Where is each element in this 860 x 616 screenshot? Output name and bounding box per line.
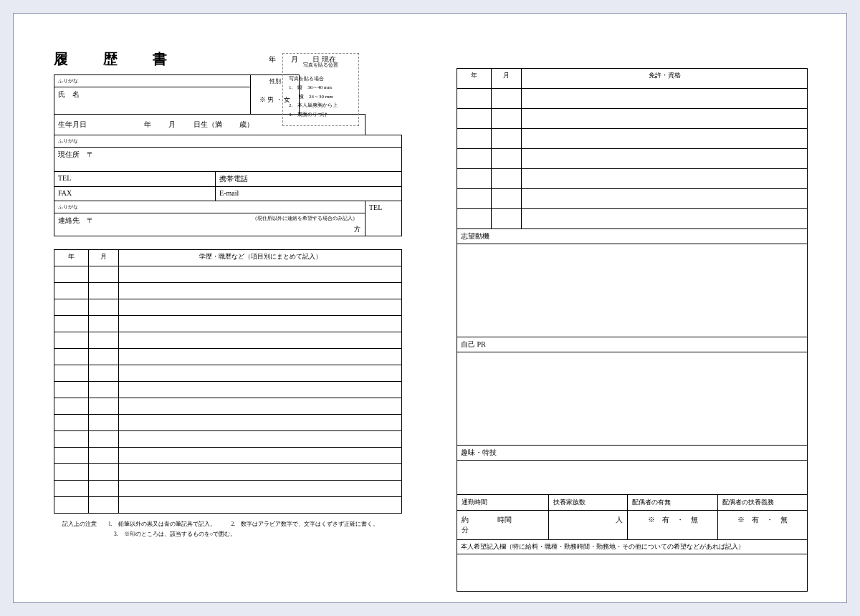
footnote: 記入上の注意 1. 鉛筆以外の黒又は青の筆記具で記入。 2. 数字はアラビア数字… — [54, 519, 402, 539]
furigana-address: ふりがな — [54, 135, 402, 148]
table-cell[interactable] — [54, 464, 89, 481]
table-cell[interactable] — [89, 316, 119, 332]
table-cell[interactable] — [54, 448, 89, 464]
table-cell[interactable] — [54, 497, 89, 514]
table-cell[interactable] — [89, 481, 119, 497]
table-cell[interactable] — [89, 382, 119, 398]
table-cell[interactable] — [492, 169, 522, 189]
table-cell[interactable] — [119, 299, 402, 316]
email-label[interactable]: E-mail — [216, 187, 402, 201]
table-cell[interactable] — [119, 382, 402, 398]
commute-value[interactable]: 約 時間 分 — [457, 511, 549, 540]
table-cell[interactable] — [119, 448, 402, 464]
table-cell[interactable] — [522, 149, 808, 169]
table-cell[interactable] — [119, 431, 402, 448]
motive-field[interactable] — [457, 244, 808, 337]
table-cell[interactable] — [457, 189, 492, 209]
table-cell[interactable] — [492, 149, 522, 169]
contact-tel[interactable]: TEL — [366, 201, 402, 236]
info-table: 生年月日 年 月 日生（満 歳） ふりがな 現住所 〒 TEL 携帯電話 FAX… — [54, 114, 402, 236]
table-cell[interactable] — [54, 316, 89, 332]
table-cell[interactable] — [89, 299, 119, 316]
table-cell[interactable] — [522, 89, 808, 109]
table-cell[interactable] — [522, 129, 808, 149]
table-cell[interactable] — [492, 109, 522, 129]
hist-head-month: 月 — [89, 250, 119, 266]
table-cell[interactable] — [89, 464, 119, 481]
name-label[interactable]: 氏 名 — [54, 87, 251, 115]
table-cell[interactable] — [89, 283, 119, 299]
table-cell[interactable] — [119, 332, 402, 349]
spouse-value[interactable]: ※ 有 ・ 無 — [628, 511, 718, 540]
spouse-duty-value[interactable]: ※ 有 ・ 無 — [718, 511, 808, 540]
table-cell[interactable] — [89, 266, 119, 283]
table-cell[interactable] — [119, 497, 402, 514]
photo-placeholder: 写真を貼る位置 写真を貼る場合 1. 縦 36～40 mm 横 24～30 mm… — [282, 53, 359, 126]
table-cell[interactable] — [89, 349, 119, 365]
mobile-label[interactable]: 携帯電話 — [216, 172, 402, 187]
wish-field[interactable] — [457, 554, 808, 592]
table-cell[interactable] — [119, 464, 402, 481]
table-cell[interactable] — [54, 481, 89, 497]
table-cell[interactable] — [522, 109, 808, 129]
hobby-field[interactable] — [457, 461, 808, 495]
table-cell[interactable] — [54, 382, 89, 398]
table-cell[interactable] — [492, 129, 522, 149]
table-cell[interactable] — [119, 316, 402, 332]
table-cell[interactable] — [54, 332, 89, 349]
table-cell[interactable] — [119, 398, 402, 415]
motive-label: 志望動機 — [457, 229, 808, 244]
tel-label[interactable]: TEL — [54, 172, 216, 187]
document-frame: 履 歴 書 年 月 日 現在 写真を貼る位置 写真を貼る場合 1. 縦 36～4… — [13, 13, 847, 603]
spouse-label: 配偶者の有無 — [628, 495, 718, 511]
table-cell[interactable] — [522, 189, 808, 209]
table-cell[interactable] — [54, 349, 89, 365]
table-cell[interactable] — [457, 89, 492, 109]
name-table: ふりがな 性別 ※ 男 ・ 女 氏 名 — [54, 74, 300, 115]
fax-label[interactable]: FAX — [54, 187, 216, 201]
table-cell[interactable] — [89, 415, 119, 431]
contact-row[interactable]: 連絡先 〒 （現住所以外に連絡を希望する場合のみ記入） 方 — [54, 213, 366, 236]
table-cell[interactable] — [89, 497, 119, 514]
table-cell[interactable] — [457, 109, 492, 129]
address-label[interactable]: 現住所 〒 — [54, 148, 402, 172]
dependents-value[interactable]: 人 — [549, 511, 628, 540]
commute-label: 通勤時間 — [457, 495, 549, 511]
table-cell[interactable] — [522, 209, 808, 229]
table-cell[interactable] — [492, 209, 522, 229]
table-cell[interactable] — [522, 169, 808, 189]
table-cell[interactable] — [54, 283, 89, 299]
document-title: 履 歴 書 — [54, 49, 183, 69]
table-cell[interactable] — [457, 149, 492, 169]
table-cell[interactable] — [54, 398, 89, 415]
table-cell[interactable] — [119, 481, 402, 497]
table-cell[interactable] — [54, 266, 89, 283]
table-cell[interactable] — [54, 431, 89, 448]
table-cell[interactable] — [89, 448, 119, 464]
table-cell[interactable] — [119, 266, 402, 283]
table-cell[interactable] — [119, 349, 402, 365]
table-cell[interactable] — [492, 189, 522, 209]
sections-table: 志望動機 自己 PR 趣味・特技 — [457, 228, 808, 495]
table-cell[interactable] — [89, 398, 119, 415]
table-cell[interactable] — [457, 209, 492, 229]
table-cell[interactable] — [457, 169, 492, 189]
table-cell[interactable] — [119, 365, 402, 382]
furigana-name-label: ふりがな — [54, 75, 251, 87]
table-cell[interactable] — [89, 431, 119, 448]
spouse-duty-label: 配偶者の扶養義務 — [718, 495, 808, 511]
table-cell[interactable] — [492, 89, 522, 109]
pr-label: 自己 PR — [457, 337, 808, 352]
page-right: 年 月 免許・資格 志望動機 自己 PR 趣味・特技 通勤時間 扶養家族数 配偶… — [444, 14, 848, 602]
table-cell[interactable] — [89, 332, 119, 349]
license-table: 年 月 免許・資格 — [457, 68, 808, 229]
table-cell[interactable] — [119, 415, 402, 431]
commute-table: 通勤時間 扶養家族数 配偶者の有無 配偶者の扶養義務 約 時間 分 人 ※ 有 … — [457, 494, 808, 540]
pr-field[interactable] — [457, 352, 808, 446]
table-cell[interactable] — [457, 129, 492, 149]
table-cell[interactable] — [54, 365, 89, 382]
table-cell[interactable] — [54, 415, 89, 431]
table-cell[interactable] — [54, 299, 89, 316]
table-cell[interactable] — [89, 365, 119, 382]
table-cell[interactable] — [119, 283, 402, 299]
